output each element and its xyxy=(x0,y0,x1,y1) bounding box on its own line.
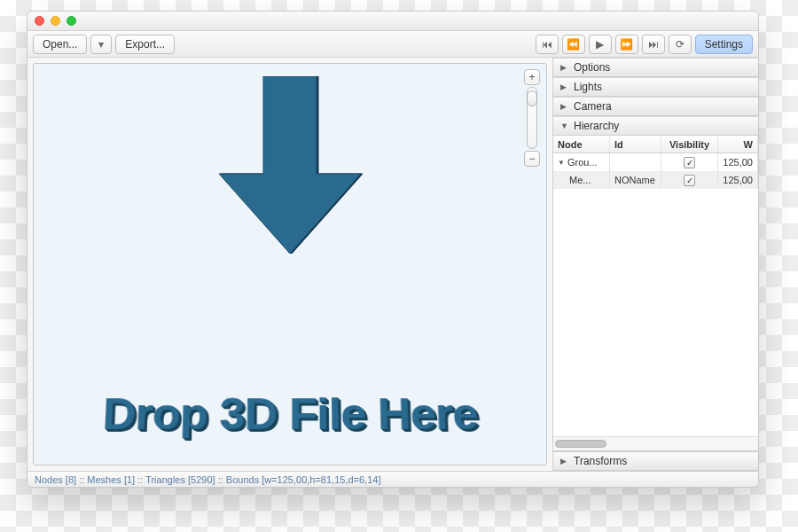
rewind-button[interactable]: ⏪ xyxy=(562,35,585,54)
disclosure-right-icon: ▶ xyxy=(560,82,568,91)
loop-button[interactable]: ⟳ xyxy=(669,35,692,54)
status-text: Nodes [8] :: Meshes [1] :: Triangles [52… xyxy=(35,474,380,485)
hierarchy-empty-area xyxy=(553,189,758,436)
zoom-slider[interactable] xyxy=(527,87,537,149)
fast-forward-icon: ⏩ xyxy=(620,38,633,51)
titlebar[interactable] xyxy=(27,12,758,31)
close-window-button[interactable] xyxy=(35,16,44,26)
node-name: Me... xyxy=(569,175,591,185)
panel-label: Lights xyxy=(574,81,602,93)
open-button[interactable]: Open... xyxy=(33,35,87,54)
content-area: Drop 3D File Here + − ▶ Options ▶ Lights xyxy=(27,58,758,471)
drop-hint-text: Drop 3D File Here xyxy=(33,388,547,439)
col-visibility[interactable]: Visibility xyxy=(661,136,718,153)
minimize-window-button[interactable] xyxy=(51,16,60,26)
maximize-window-button[interactable] xyxy=(66,16,76,26)
node-w: 125,00 xyxy=(718,171,758,189)
disclosure-down-icon: ▼ xyxy=(560,121,568,130)
visibility-checkbox[interactable]: ✓ xyxy=(684,157,695,168)
visibility-checkbox[interactable]: ✓ xyxy=(684,175,695,186)
col-id[interactable]: Id xyxy=(610,136,661,153)
rewind-icon: ⏪ xyxy=(567,38,580,51)
skip-end-icon: ⏭ xyxy=(648,38,659,51)
col-node[interactable]: Node xyxy=(553,136,610,153)
hierarchy-row[interactable]: ▼Grou... ✓ 125,00 xyxy=(553,153,758,171)
panel-transforms[interactable]: ▶ Transforms xyxy=(553,451,758,471)
chevron-down-icon: ▾ xyxy=(98,38,104,51)
play-button[interactable]: ▶ xyxy=(589,35,612,54)
col-w[interactable]: W xyxy=(718,136,758,153)
disclosure-right-icon: ▶ xyxy=(560,63,568,72)
zoom-in-button[interactable]: + xyxy=(524,69,540,85)
panel-lights[interactable]: ▶ Lights xyxy=(553,77,758,97)
toolbar: Open... ▾ Export... ⏮ ⏪ ▶ ⏩ ⏭ ⟳ Settings xyxy=(27,31,758,58)
loop-icon: ⟳ xyxy=(676,38,685,51)
panel-label: Hierarchy xyxy=(574,120,619,132)
scrollbar-thumb[interactable] xyxy=(555,440,606,448)
play-icon: ▶ xyxy=(596,38,604,51)
panel-label: Options xyxy=(574,61,610,74)
panel-hierarchy[interactable]: ▼ Hierarchy xyxy=(553,116,758,136)
node-w: 125,00 xyxy=(718,153,758,171)
zoom-slider-handle[interactable] xyxy=(527,90,537,106)
viewport[interactable]: Drop 3D File Here + − xyxy=(33,63,547,466)
viewport-container: Drop 3D File Here + − xyxy=(27,58,552,471)
panel-label: Transforms xyxy=(574,455,627,467)
svg-marker-0 xyxy=(219,76,361,254)
disclosure-right-icon: ▶ xyxy=(560,102,568,111)
hierarchy-hscroll[interactable] xyxy=(553,436,758,450)
panel-options[interactable]: ▶ Options xyxy=(553,58,758,77)
node-id: NOName xyxy=(610,171,661,189)
disclosure-right-icon: ▶ xyxy=(560,457,568,466)
zoom-control: + − xyxy=(523,69,541,167)
forward-button[interactable]: ⏩ xyxy=(615,35,638,54)
status-bar: Nodes [8] :: Meshes [1] :: Triangles [52… xyxy=(27,471,758,487)
traffic-lights xyxy=(35,16,76,26)
zoom-out-button[interactable]: − xyxy=(524,151,540,167)
inspector-sidebar: ▶ Options ▶ Lights ▶ Camera ▼ Hierarchy … xyxy=(552,58,758,471)
skip-start-icon: ⏮ xyxy=(542,38,552,51)
drop-arrow-icon xyxy=(215,76,365,265)
last-button[interactable]: ⏭ xyxy=(642,35,665,54)
hierarchy-table: Node Id Visibility W ▼Grou... ✓ 125,00 M… xyxy=(553,136,758,451)
disclosure-down-icon[interactable]: ▼ xyxy=(558,159,565,167)
export-button[interactable]: Export... xyxy=(115,35,175,54)
panel-camera[interactable]: ▶ Camera xyxy=(553,97,758,116)
panel-label: Camera xyxy=(574,100,612,113)
node-name: Grou... xyxy=(567,157,598,168)
hierarchy-columns: Node Id Visibility W xyxy=(553,136,758,153)
first-button[interactable]: ⏮ xyxy=(536,35,559,54)
hierarchy-row[interactable]: Me... NOName ✓ 125,00 xyxy=(553,171,758,189)
app-window: Open... ▾ Export... ⏮ ⏪ ▶ ⏩ ⏭ ⟳ Settings… xyxy=(27,11,759,488)
node-id xyxy=(610,153,661,171)
settings-button[interactable]: Settings xyxy=(695,35,753,54)
open-dropdown-button[interactable]: ▾ xyxy=(90,35,112,54)
